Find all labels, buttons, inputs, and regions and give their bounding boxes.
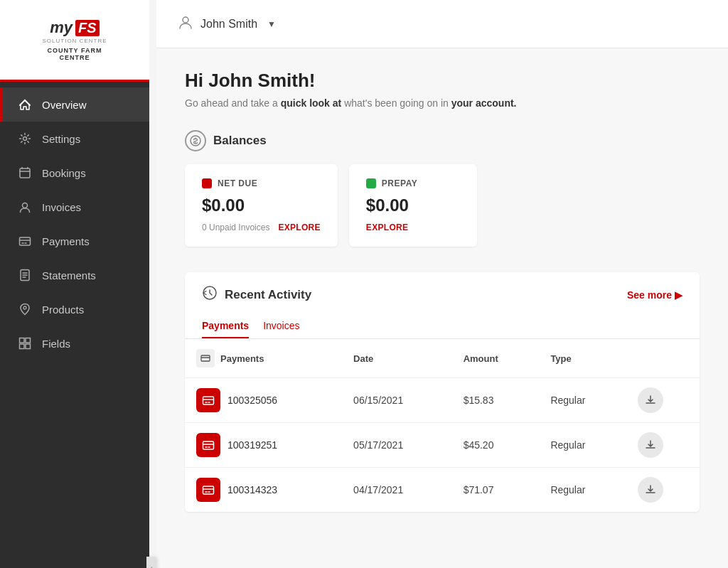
sidebar-item-payments[interactable]: Payments xyxy=(0,224,149,258)
statements-icon xyxy=(18,268,32,282)
prepay-footer: EXPLORE xyxy=(366,223,460,232)
svg-point-10 xyxy=(183,17,188,23)
activity-title: Recent Activity xyxy=(225,288,311,302)
svg-rect-13 xyxy=(203,397,214,404)
dropdown-arrow-icon: ▼ xyxy=(267,19,276,29)
sidebar-collapse-button[interactable]: ‹ xyxy=(146,557,156,568)
tab-payments[interactable]: Payments xyxy=(202,314,249,338)
table-header: Payments Date Amount Type xyxy=(185,339,700,378)
prepay-explore-button[interactable]: EXPLORE xyxy=(366,223,408,232)
logo-store-name: COUNTY FARMCENTRE xyxy=(48,47,102,61)
sidebar: my FS SOLUTION CENTRE COUNTY FARMCENTRE … xyxy=(0,0,149,568)
table-row: 100325056 06/15/2021 $15.83 Regular xyxy=(185,378,700,423)
payment-id-cell-2: 100314323 xyxy=(185,468,342,513)
logo-solution-centre: SOLUTION CENTRE xyxy=(42,38,107,44)
payment-id-cell-1: 100319251 xyxy=(185,423,342,468)
activity-icon xyxy=(202,285,218,304)
svg-rect-15 xyxy=(203,486,214,494)
payment-icon-2 xyxy=(196,478,220,502)
logo-area: my FS SOLUTION CENTRE COUNTY FARMCENTRE xyxy=(0,0,149,82)
sidebar-item-invoices[interactable]: Invoices xyxy=(0,190,149,224)
net-due-card: NET DUE $0.00 0 Unpaid Invoices EXPLORE xyxy=(185,164,338,247)
table-body: 100325056 06/15/2021 $15.83 Regular 1003… xyxy=(185,378,700,513)
sidebar-item-overview[interactable]: Overview xyxy=(0,87,149,122)
sidebar-item-settings[interactable]: Settings xyxy=(0,122,149,156)
sidebar-item-products[interactable]: Products xyxy=(0,292,149,326)
payment-id-0: 100325056 xyxy=(228,395,277,406)
payments-table: Payments Date Amount Type xyxy=(185,339,700,512)
chevron-right-icon: ▶ xyxy=(675,289,682,301)
logo-fs: FS xyxy=(75,20,100,36)
svg-rect-8 xyxy=(20,344,25,349)
sidebar-item-bookings[interactable]: Bookings xyxy=(0,156,149,190)
activity-title-wrap: Recent Activity xyxy=(202,285,311,304)
payment-date-2: 04/17/2021 xyxy=(342,468,452,513)
payment-id-cell-0: 100325056 xyxy=(185,378,342,423)
prepay-dot xyxy=(366,178,376,188)
sidebar-label-overview: Overview xyxy=(42,99,87,111)
svg-rect-7 xyxy=(26,338,31,343)
sidebar-label-payments: Payments xyxy=(42,235,90,247)
col-date: Date xyxy=(342,339,452,378)
sidebar-item-statements[interactable]: Statements xyxy=(0,258,149,292)
header: John Smith ▼ xyxy=(156,0,728,48)
sidebar-label-settings: Settings xyxy=(42,133,80,145)
payment-id-1: 100319251 xyxy=(228,439,277,451)
net-due-explore-button[interactable]: EXPLORE xyxy=(278,223,320,232)
payment-type-2: Regular xyxy=(539,468,626,513)
sidebar-label-bookings: Bookings xyxy=(42,167,86,179)
settings-icon xyxy=(18,132,32,146)
payment-amount-1: $45.20 xyxy=(452,423,540,468)
main-content: John Smith ▼ Hi John Smith! Go ahead and… xyxy=(156,0,728,568)
col-type: Type xyxy=(539,339,626,378)
activity-tabs: Payments Invoices xyxy=(185,314,700,339)
activity-header: Recent Activity See more ▶ xyxy=(185,272,700,314)
payment-icon-1 xyxy=(196,433,220,457)
payment-type-0: Regular xyxy=(539,378,626,423)
payment-icon-0 xyxy=(196,388,220,412)
avatar-icon xyxy=(178,14,193,33)
balances-title: Balances xyxy=(213,134,267,148)
prepay-amount: $0.00 xyxy=(366,195,460,215)
fields-icon xyxy=(18,336,32,350)
overview-icon xyxy=(18,97,32,112)
svg-point-5 xyxy=(23,306,26,309)
header-username: John Smith xyxy=(200,18,257,31)
products-icon xyxy=(18,302,32,316)
sidebar-label-statements: Statements xyxy=(42,269,96,282)
prepay-card: PREPAY $0.00 EXPLORE xyxy=(349,164,477,247)
col-payments: Payments xyxy=(185,339,342,378)
download-button-2[interactable] xyxy=(638,477,663,503)
payment-date-0: 06/15/2021 xyxy=(342,378,452,423)
col-action xyxy=(626,339,700,378)
activity-section: Recent Activity See more ▶ Payments Invo… xyxy=(185,272,700,512)
sidebar-item-fields[interactable]: Fields xyxy=(0,326,149,360)
table-row: 100314323 04/17/2021 $71.07 Regular xyxy=(185,468,700,513)
sidebar-nav: Overview Settings Bookings Invoices Paym… xyxy=(0,82,149,568)
bookings-icon xyxy=(18,166,32,180)
payment-download-cell-0 xyxy=(626,378,700,423)
sidebar-label-products: Products xyxy=(42,304,84,316)
greeting-subtitle: Go ahead and take a quick look at what's… xyxy=(185,97,700,109)
tab-invoices[interactable]: Invoices xyxy=(263,314,299,338)
payment-amount-2: $71.07 xyxy=(452,468,540,513)
page-body: Hi John Smith! Go ahead and take a quick… xyxy=(156,48,728,533)
net-due-label: NET DUE xyxy=(202,178,321,188)
download-button-0[interactable] xyxy=(638,387,663,413)
see-more-button[interactable]: See more ▶ xyxy=(627,289,682,301)
table-row: 100319251 05/17/2021 $45.20 Regular xyxy=(185,423,700,468)
svg-rect-12 xyxy=(201,355,210,361)
greeting-title: Hi John Smith! xyxy=(185,70,700,92)
net-due-amount: $0.00 xyxy=(202,195,321,215)
download-button-1[interactable] xyxy=(638,432,663,458)
balances-icon xyxy=(185,130,206,151)
payment-date-1: 05/17/2021 xyxy=(342,423,452,468)
prepay-label: PREPAY xyxy=(366,178,460,188)
balances-cards: NET DUE $0.00 0 Unpaid Invoices EXPLORE … xyxy=(185,164,700,247)
net-due-footer: 0 Unpaid Invoices EXPLORE xyxy=(202,223,321,232)
sidebar-label-invoices: Invoices xyxy=(42,201,81,213)
payment-id-2: 100314323 xyxy=(228,484,277,495)
svg-point-0 xyxy=(23,137,27,141)
svg-rect-3 xyxy=(20,237,31,245)
user-menu[interactable]: John Smith ▼ xyxy=(178,14,276,33)
